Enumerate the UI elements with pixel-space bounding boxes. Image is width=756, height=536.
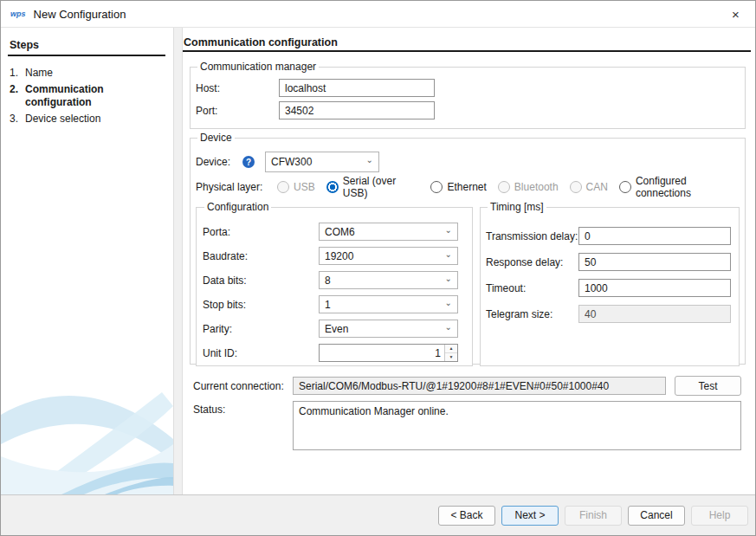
step-item-communication-configuration: 2. Communication configuration [1, 83, 173, 109]
radio-label: CAN [586, 181, 608, 193]
sidebar-divider [173, 28, 183, 494]
next-button[interactable]: Next > [501, 506, 559, 526]
physical-layer-label: Physical layer: [196, 181, 277, 193]
unit-id-stepper[interactable]: 1 ▲ ▼ [319, 344, 458, 362]
current-connection-label: Current connection: [193, 380, 293, 392]
step-label: Communication configuration [25, 83, 155, 109]
communication-manager-legend: Communication manager [197, 61, 319, 73]
device-row: Device: ? CFW300 ⌄ [196, 152, 740, 172]
radio-icon [277, 181, 289, 193]
finish-button: Finish [565, 506, 622, 526]
device-group-legend: Device [197, 132, 235, 144]
radio-usb: USB [277, 181, 315, 193]
stop-bits-select-value: 1 [325, 299, 445, 311]
current-connection-field [293, 377, 666, 395]
timeout-input[interactable] [578, 279, 731, 297]
baudrate-select[interactable]: 19200 ⌄ [319, 247, 458, 265]
stop-bits-row: Stop bits: 1 ⌄ [203, 295, 466, 313]
new-configuration-dialog: wps New Configuration × Steps 1. Name 2.… [0, 0, 756, 536]
wps-app-icon: wps [10, 10, 26, 18]
steps-rule [8, 55, 165, 56]
radio-serial-over-usb[interactable]: Serial (over USB) [326, 175, 420, 199]
radio-ethernet[interactable]: Ethernet [430, 181, 486, 193]
steps-heading: Steps [10, 39, 173, 51]
transmission-delay-input[interactable] [578, 227, 731, 245]
porta-select[interactable]: COM6 ⌄ [319, 223, 458, 241]
telegram-size-input [578, 305, 731, 323]
radio-bluetooth: Bluetooth [498, 181, 559, 193]
chevron-down-icon: ⌄ [445, 299, 452, 307]
step-item-name: 1. Name [1, 67, 173, 80]
current-connection-row: Current connection: Test [193, 376, 741, 396]
decorative-swoosh-graphic [1, 371, 173, 494]
timing-group: Timing [ms] Transmission delay: Response… [480, 201, 740, 366]
radio-label: Configured connections [636, 175, 740, 199]
titlebar: wps New Configuration × [1, 1, 755, 28]
device-label: Device: [196, 156, 241, 168]
parity-label: Parity: [203, 323, 319, 335]
host-input[interactable] [279, 79, 435, 97]
status-label: Status: [193, 401, 293, 416]
port-row: Port: [196, 101, 740, 119]
configuration-legend: Configuration [204, 201, 271, 213]
baudrate-row: Baudrate: 19200 ⌄ [203, 247, 466, 265]
unit-id-label: Unit ID: [203, 347, 319, 359]
steps-sidebar: Steps 1. Name 2. Communication configura… [1, 28, 173, 494]
radio-configured-connections[interactable]: Configured connections [619, 175, 740, 199]
steps-list: 1. Name 2. Communication configuration 3… [1, 67, 173, 126]
radio-icon [498, 181, 510, 193]
unit-id-spin-buttons: ▲ ▼ [444, 345, 457, 361]
data-bits-label: Data bits: [203, 274, 319, 287]
host-label: Host: [196, 82, 279, 94]
chevron-down-icon: ⌄ [445, 323, 452, 332]
spin-up-icon[interactable]: ▲ [445, 345, 457, 353]
parity-select-value: Even [325, 323, 445, 335]
radio-selected-icon [326, 181, 339, 193]
step-number: 2. [1, 83, 25, 109]
radio-icon [430, 181, 443, 193]
spin-down-icon[interactable]: ▼ [445, 353, 457, 361]
device-select[interactable]: CFW300 ⌄ [265, 152, 379, 172]
wizard-footer: < Back Next > Finish Cancel Help [1, 494, 755, 535]
response-delay-input[interactable] [578, 253, 731, 271]
radio-icon [570, 181, 582, 193]
baudrate-select-value: 19200 [325, 250, 445, 262]
test-button[interactable]: Test [675, 376, 741, 396]
back-button[interactable]: < Back [438, 506, 495, 526]
port-input[interactable] [279, 101, 435, 119]
transmission-delay-row: Transmission delay: [486, 227, 733, 245]
radio-label: Serial (over USB) [343, 175, 420, 199]
page-title: Communication configuration [184, 36, 338, 48]
port-label: Port: [196, 105, 279, 117]
cancel-button[interactable]: Cancel [628, 506, 685, 526]
device-group: Device Device: ? CFW300 ⌄ Physical layer… [190, 132, 746, 365]
chevron-down-icon: ⌄ [366, 156, 373, 165]
parity-row: Parity: Even ⌄ [203, 320, 466, 338]
data-bits-select[interactable]: 8 ⌄ [319, 271, 458, 289]
chevron-down-icon: ⌄ [445, 274, 452, 283]
physical-layer-row: Physical layer: USB Serial (over USB) [196, 179, 740, 195]
window-title: New Configuration [34, 8, 126, 21]
response-delay-label: Response delay: [486, 256, 578, 268]
device-select-value: CFW300 [271, 156, 366, 168]
chevron-down-icon: ⌄ [445, 250, 452, 259]
radio-can: CAN [570, 181, 608, 193]
status-row: Status: Communication Manager online. [193, 401, 741, 450]
timeout-label: Timeout: [486, 282, 578, 294]
stop-bits-select[interactable]: 1 ⌄ [319, 295, 458, 313]
timing-legend: Timing [ms] [488, 201, 546, 213]
radio-label: Ethernet [447, 181, 486, 193]
communication-manager-group: Communication manager Host: Port: [190, 61, 746, 129]
step-label: Device selection [25, 113, 155, 126]
data-bits-row: Data bits: 8 ⌄ [203, 271, 466, 289]
parity-select[interactable]: Even ⌄ [319, 320, 458, 338]
physical-layer-radio-group: USB Serial (over USB) Ethernet Blue [277, 175, 740, 199]
unit-id-value: 1 [320, 345, 444, 361]
page-title-rule [183, 50, 751, 52]
main-panel: Communication configuration Communicatio… [183, 28, 755, 494]
telegram-size-row: Telegram size: [486, 305, 733, 323]
close-icon[interactable]: × [716, 1, 755, 28]
status-textarea[interactable]: Communication Manager online. [293, 401, 741, 450]
radio-icon [619, 181, 631, 193]
help-icon[interactable]: ? [242, 156, 255, 168]
